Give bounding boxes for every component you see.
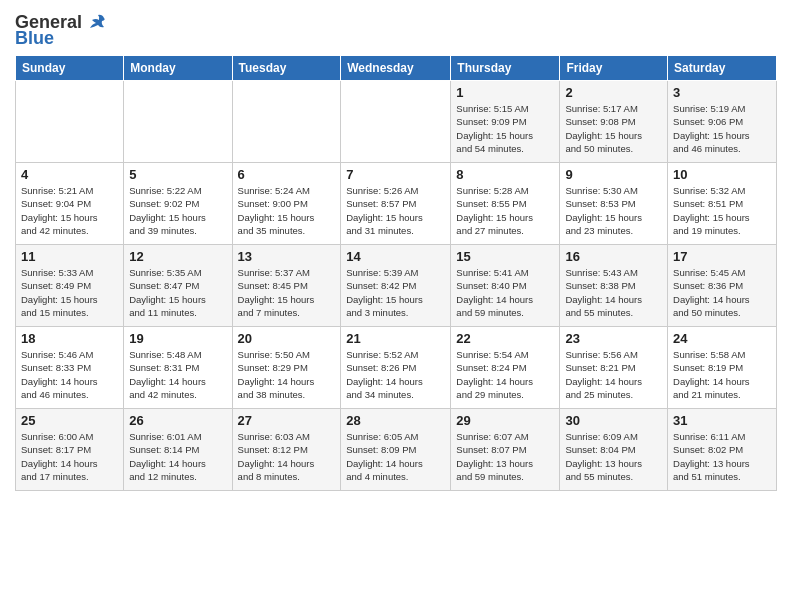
day-info: Sunrise: 6:03 AMSunset: 8:12 PMDaylight:… (238, 430, 336, 483)
day-info: Sunrise: 5:46 AMSunset: 8:33 PMDaylight:… (21, 348, 118, 401)
weekday-header-tuesday: Tuesday (232, 56, 341, 81)
day-number: 20 (238, 331, 336, 346)
day-info: Sunrise: 5:33 AMSunset: 8:49 PMDaylight:… (21, 266, 118, 319)
day-info: Sunrise: 5:24 AMSunset: 9:00 PMDaylight:… (238, 184, 336, 237)
empty-cell (341, 81, 451, 163)
day-cell-18: 18Sunrise: 5:46 AMSunset: 8:33 PMDayligh… (16, 327, 124, 409)
weekday-header-monday: Monday (124, 56, 232, 81)
day-cell-11: 11Sunrise: 5:33 AMSunset: 8:49 PMDayligh… (16, 245, 124, 327)
day-cell-15: 15Sunrise: 5:41 AMSunset: 8:40 PMDayligh… (451, 245, 560, 327)
day-number: 9 (565, 167, 662, 182)
page-header: General Blue (15, 10, 777, 49)
day-number: 18 (21, 331, 118, 346)
weekday-header-sunday: Sunday (16, 56, 124, 81)
day-number: 31 (673, 413, 771, 428)
weekday-header-wednesday: Wednesday (341, 56, 451, 81)
day-number: 4 (21, 167, 118, 182)
day-info: Sunrise: 5:43 AMSunset: 8:38 PMDaylight:… (565, 266, 662, 319)
day-number: 29 (456, 413, 554, 428)
day-number: 5 (129, 167, 226, 182)
day-cell-1: 1Sunrise: 5:15 AMSunset: 9:09 PMDaylight… (451, 81, 560, 163)
day-number: 25 (21, 413, 118, 428)
day-cell-21: 21Sunrise: 5:52 AMSunset: 8:26 PMDayligh… (341, 327, 451, 409)
day-number: 23 (565, 331, 662, 346)
day-number: 27 (238, 413, 336, 428)
day-info: Sunrise: 5:37 AMSunset: 8:45 PMDaylight:… (238, 266, 336, 319)
day-cell-13: 13Sunrise: 5:37 AMSunset: 8:45 PMDayligh… (232, 245, 341, 327)
day-info: Sunrise: 6:00 AMSunset: 8:17 PMDaylight:… (21, 430, 118, 483)
day-number: 3 (673, 85, 771, 100)
day-info: Sunrise: 5:35 AMSunset: 8:47 PMDaylight:… (129, 266, 226, 319)
day-cell-3: 3Sunrise: 5:19 AMSunset: 9:06 PMDaylight… (668, 81, 777, 163)
day-info: Sunrise: 5:22 AMSunset: 9:02 PMDaylight:… (129, 184, 226, 237)
day-cell-28: 28Sunrise: 6:05 AMSunset: 8:09 PMDayligh… (341, 409, 451, 491)
day-cell-16: 16Sunrise: 5:43 AMSunset: 8:38 PMDayligh… (560, 245, 668, 327)
logo-bird-icon (84, 10, 108, 34)
logo: General Blue (15, 10, 108, 49)
day-info: Sunrise: 5:54 AMSunset: 8:24 PMDaylight:… (456, 348, 554, 401)
day-info: Sunrise: 6:07 AMSunset: 8:07 PMDaylight:… (456, 430, 554, 483)
day-number: 1 (456, 85, 554, 100)
day-number: 11 (21, 249, 118, 264)
day-info: Sunrise: 5:58 AMSunset: 8:19 PMDaylight:… (673, 348, 771, 401)
weekday-header-saturday: Saturday (668, 56, 777, 81)
day-cell-26: 26Sunrise: 6:01 AMSunset: 8:14 PMDayligh… (124, 409, 232, 491)
weekday-header-friday: Friday (560, 56, 668, 81)
day-info: Sunrise: 5:56 AMSunset: 8:21 PMDaylight:… (565, 348, 662, 401)
weekday-header-thursday: Thursday (451, 56, 560, 81)
day-info: Sunrise: 5:48 AMSunset: 8:31 PMDaylight:… (129, 348, 226, 401)
day-number: 22 (456, 331, 554, 346)
day-info: Sunrise: 5:39 AMSunset: 8:42 PMDaylight:… (346, 266, 445, 319)
day-number: 8 (456, 167, 554, 182)
day-number: 28 (346, 413, 445, 428)
day-info: Sunrise: 5:21 AMSunset: 9:04 PMDaylight:… (21, 184, 118, 237)
day-info: Sunrise: 5:15 AMSunset: 9:09 PMDaylight:… (456, 102, 554, 155)
day-info: Sunrise: 6:01 AMSunset: 8:14 PMDaylight:… (129, 430, 226, 483)
empty-cell (124, 81, 232, 163)
day-info: Sunrise: 5:50 AMSunset: 8:29 PMDaylight:… (238, 348, 336, 401)
day-number: 2 (565, 85, 662, 100)
day-cell-5: 5Sunrise: 5:22 AMSunset: 9:02 PMDaylight… (124, 163, 232, 245)
day-info: Sunrise: 5:17 AMSunset: 9:08 PMDaylight:… (565, 102, 662, 155)
day-cell-30: 30Sunrise: 6:09 AMSunset: 8:04 PMDayligh… (560, 409, 668, 491)
day-cell-9: 9Sunrise: 5:30 AMSunset: 8:53 PMDaylight… (560, 163, 668, 245)
week-row-5: 25Sunrise: 6:00 AMSunset: 8:17 PMDayligh… (16, 409, 777, 491)
day-number: 19 (129, 331, 226, 346)
day-info: Sunrise: 6:09 AMSunset: 8:04 PMDaylight:… (565, 430, 662, 483)
day-cell-12: 12Sunrise: 5:35 AMSunset: 8:47 PMDayligh… (124, 245, 232, 327)
day-info: Sunrise: 6:05 AMSunset: 8:09 PMDaylight:… (346, 430, 445, 483)
day-info: Sunrise: 5:30 AMSunset: 8:53 PMDaylight:… (565, 184, 662, 237)
day-number: 7 (346, 167, 445, 182)
day-number: 12 (129, 249, 226, 264)
day-info: Sunrise: 5:28 AMSunset: 8:55 PMDaylight:… (456, 184, 554, 237)
day-number: 30 (565, 413, 662, 428)
day-info: Sunrise: 5:26 AMSunset: 8:57 PMDaylight:… (346, 184, 445, 237)
day-cell-7: 7Sunrise: 5:26 AMSunset: 8:57 PMDaylight… (341, 163, 451, 245)
day-cell-19: 19Sunrise: 5:48 AMSunset: 8:31 PMDayligh… (124, 327, 232, 409)
day-cell-10: 10Sunrise: 5:32 AMSunset: 8:51 PMDayligh… (668, 163, 777, 245)
day-cell-6: 6Sunrise: 5:24 AMSunset: 9:00 PMDaylight… (232, 163, 341, 245)
empty-cell (16, 81, 124, 163)
day-number: 16 (565, 249, 662, 264)
day-cell-17: 17Sunrise: 5:45 AMSunset: 8:36 PMDayligh… (668, 245, 777, 327)
day-number: 10 (673, 167, 771, 182)
calendar-table: SundayMondayTuesdayWednesdayThursdayFrid… (15, 55, 777, 491)
day-info: Sunrise: 5:41 AMSunset: 8:40 PMDaylight:… (456, 266, 554, 319)
day-number: 24 (673, 331, 771, 346)
day-number: 15 (456, 249, 554, 264)
day-cell-22: 22Sunrise: 5:54 AMSunset: 8:24 PMDayligh… (451, 327, 560, 409)
day-number: 14 (346, 249, 445, 264)
logo-blue: Blue (15, 28, 54, 49)
day-cell-25: 25Sunrise: 6:00 AMSunset: 8:17 PMDayligh… (16, 409, 124, 491)
day-number: 21 (346, 331, 445, 346)
day-cell-2: 2Sunrise: 5:17 AMSunset: 9:08 PMDaylight… (560, 81, 668, 163)
day-number: 13 (238, 249, 336, 264)
week-row-2: 4Sunrise: 5:21 AMSunset: 9:04 PMDaylight… (16, 163, 777, 245)
day-info: Sunrise: 5:19 AMSunset: 9:06 PMDaylight:… (673, 102, 771, 155)
week-row-4: 18Sunrise: 5:46 AMSunset: 8:33 PMDayligh… (16, 327, 777, 409)
day-cell-27: 27Sunrise: 6:03 AMSunset: 8:12 PMDayligh… (232, 409, 341, 491)
day-info: Sunrise: 6:11 AMSunset: 8:02 PMDaylight:… (673, 430, 771, 483)
day-number: 6 (238, 167, 336, 182)
empty-cell (232, 81, 341, 163)
day-cell-4: 4Sunrise: 5:21 AMSunset: 9:04 PMDaylight… (16, 163, 124, 245)
